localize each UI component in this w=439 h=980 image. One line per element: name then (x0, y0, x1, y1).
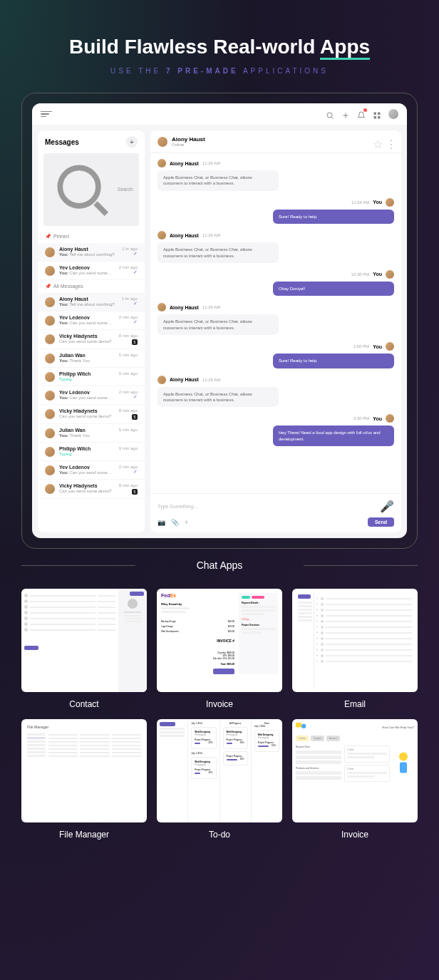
all-section: 📌All Messages (38, 280, 145, 293)
add-icon[interactable]: + (185, 519, 188, 526)
message-bubble: Okay Doniyel! (273, 282, 394, 296)
svg-rect-3 (374, 116, 377, 119)
contact-thumbnail[interactable] (21, 589, 147, 692)
conversation-item[interactable]: Yev Ledenov You: Can you send some demo?… (38, 311, 145, 330)
conversation-item[interactable]: Vicky Hladynets Can you send some demo? … (38, 405, 145, 424)
svg-rect-6 (296, 723, 301, 727)
conversation-item[interactable]: Julian Wan You: Thank You 5 min ago (38, 424, 145, 443)
conversation-item[interactable]: Aiony Haust You: Tell me about somhing? … (38, 243, 145, 262)
conversation-meta: 1 hr ago ✓ (122, 247, 138, 257)
conversation-preview: You: Thank You (59, 433, 115, 438)
conversation-name: Philipp Witch (59, 446, 115, 451)
conversation-item[interactable]: Aiony Haust You: Tell me about somhing? … (38, 293, 145, 311)
conversation-item[interactable]: Philipp Witch Typing 9 min ago (38, 368, 145, 386)
svg-rect-4 (378, 116, 381, 119)
hero-subtitle: USE THE 7 PRE-MADE APPLICATIONS (14, 67, 425, 75)
mic-icon[interactable]: 🎤 (380, 500, 394, 513)
conversation-avatar (45, 316, 55, 326)
conversation-avatar (45, 409, 55, 419)
message-header: Aiony Haust 11:29 AM (157, 231, 394, 239)
sidebar-header: Messages + (38, 130, 145, 153)
message-avatar (386, 342, 394, 351)
search-input[interactable]: Search (43, 153, 139, 226)
conversation-item[interactable]: Julian Wan You: Thank You 5 min ago (38, 349, 145, 368)
conversation-item[interactable]: Yev Ledenov You: Can you send some demo?… (38, 262, 145, 280)
search-placeholder: Search (118, 187, 133, 192)
conversation-preview: Typing (59, 452, 115, 456)
conversation-avatar (45, 297, 55, 307)
email-thumbnail[interactable]: ☆ ☆ ☆ ☆ ☆ ☆ ☆ ☆ ☆ ☆ ☆ ☆ (292, 589, 418, 692)
conversation-preview: Can you send some demo? (59, 489, 115, 493)
conversation-avatar (45, 447, 55, 457)
chat-panel: Aiony Haust Online ☆ ⋮ Aiony Haust 11:29… (150, 130, 401, 532)
conversation-meta: 2 min ago ✓ (119, 315, 138, 325)
more-icon[interactable]: ⋮ (386, 138, 394, 146)
message-bubble: Apple Business Chat, or Business Chat, a… (157, 387, 279, 408)
star-icon[interactable]: ☆ (373, 138, 381, 146)
message-input[interactable]: Type Something.... (157, 504, 199, 509)
invoice-thumbnail[interactable]: FedEx Riley Kowalsky Mockup Design$40.00… (157, 589, 282, 692)
conversation-preview: Can you send some demo? (59, 414, 115, 418)
conversation-name: Vicky Hladynets (59, 334, 115, 339)
conversation-name: Vicky Hladynets (59, 408, 115, 413)
bell-icon[interactable] (357, 110, 366, 118)
message-bubble: Apple Business Chat, or Business Chat, a… (157, 242, 279, 263)
conversation-meta: 2 min ago ✓ (119, 390, 138, 400)
pin-icon: 📌 (45, 284, 51, 289)
todo-thumbnail[interactable]: July 1 2019 Web Designing Prototyping Pr… (157, 719, 282, 822)
filemanager-thumbnail[interactable]: File Manager (21, 719, 147, 822)
search-icon[interactable] (326, 110, 334, 118)
filemanager-label: File Manager (21, 830, 147, 840)
add-icon[interactable] (341, 110, 350, 118)
attach-icon[interactable]: 📎 (171, 519, 179, 526)
message-avatar (386, 414, 394, 423)
conversation-preview: You: Tell me about somhing? (59, 252, 118, 257)
conversation-item[interactable]: Vicky Hladynets Can you send some demo? … (38, 480, 145, 499)
message-avatar (386, 270, 394, 279)
user-avatar[interactable] (388, 109, 398, 119)
conversation-avatar (45, 354, 55, 363)
chat-avatar[interactable] (157, 137, 167, 147)
tablet-frame: Messages + Search 📌Pinned Aiony Haust Yo… (21, 93, 418, 549)
hamburger-icon[interactable] (41, 111, 52, 118)
hero-section: Build Flawless Real-world Apps USE THE 7… (0, 0, 439, 93)
message-bubble: Sure! Ready to help. (273, 210, 394, 224)
chat-name: Aiony Haust (172, 136, 368, 143)
chat-header: Aiony Haust Online ☆ ⋮ (150, 130, 401, 153)
conversation-meta: 2 min ago ✓ (119, 465, 138, 475)
email-label: Email (292, 699, 418, 709)
message-avatar (157, 231, 166, 239)
message-avatar (157, 303, 166, 311)
conversation-meta: 8 min ago 5 (119, 408, 138, 420)
conversation-avatar (45, 334, 55, 344)
conversation-item[interactable]: Yev Ledenov You: Can you send some demo?… (38, 461, 145, 480)
conversation-item[interactable]: Philipp Witch Typing 9 min ago (38, 443, 145, 461)
conversation-avatar (45, 247, 55, 257)
message-bubble: Apple Business Chat, or Business Chat, a… (157, 314, 279, 335)
conversation-item[interactable]: Vicky Hladynets Can you send some demo? … (38, 330, 145, 349)
conversation-item[interactable]: Yev Ledenov You: Can you send some demo?… (38, 386, 145, 405)
svg-point-7 (301, 724, 306, 728)
message-bubble: Hey There! Need a food app design with f… (273, 425, 394, 446)
svg-rect-9 (400, 763, 407, 773)
conversation-name: Julian Wan (59, 428, 115, 433)
conversation-meta: 1 hr ago ✓ (122, 296, 138, 306)
invoice2-thumbnail[interactable]: How Can We Help You? Contact Support Acc… (292, 719, 418, 822)
message-header: Aiony Haust 11:29 AM (157, 159, 394, 167)
conversation-meta: 2 min ago ✓ (119, 265, 138, 275)
contact-label: Contact (21, 699, 147, 709)
new-message-button[interactable]: + (126, 136, 138, 148)
send-button[interactable]: Send (368, 517, 394, 527)
conversation-avatar (45, 484, 55, 494)
conversation-preview: You: Can you send some demo? (59, 396, 115, 400)
svg-rect-2 (378, 113, 381, 115)
conversation-avatar (45, 465, 55, 475)
camera-icon[interactable]: 📷 (157, 519, 165, 526)
conversation-meta: 9 min ago (119, 446, 138, 450)
conversation-meta: 9 min ago (119, 371, 138, 376)
message-header: 11:54 AM You (157, 198, 394, 207)
pin-icon: 📌 (45, 234, 51, 239)
pinned-section: 📌Pinned (38, 230, 145, 243)
message-header: Aiony Haust 11:29 AM (157, 303, 394, 311)
grid-icon[interactable] (373, 110, 381, 118)
